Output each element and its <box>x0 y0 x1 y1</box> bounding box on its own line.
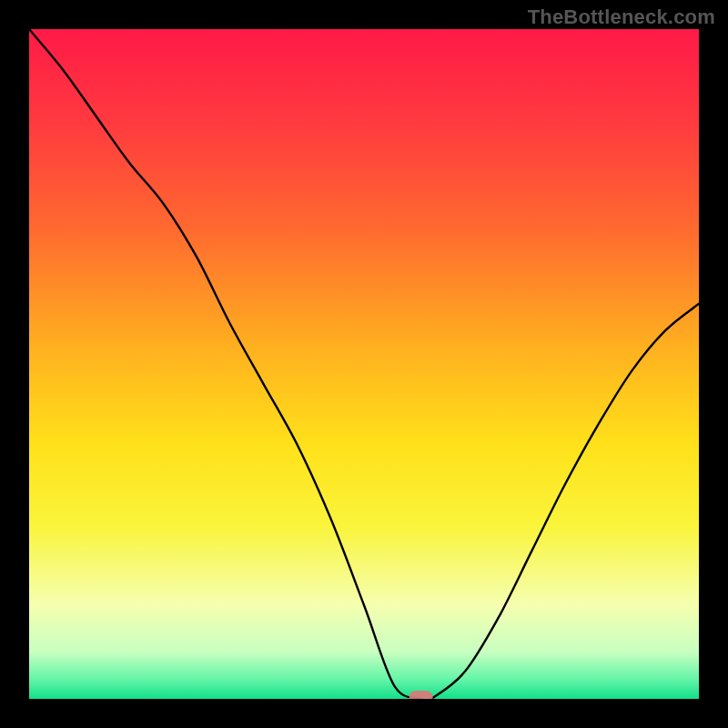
plot-area <box>29 29 699 699</box>
plot-svg <box>29 29 699 699</box>
plot-background <box>29 29 699 699</box>
chart-frame: TheBottleneck.com <box>0 0 728 728</box>
optimum-marker <box>410 691 433 699</box>
watermark-text: TheBottleneck.com <box>528 5 715 29</box>
